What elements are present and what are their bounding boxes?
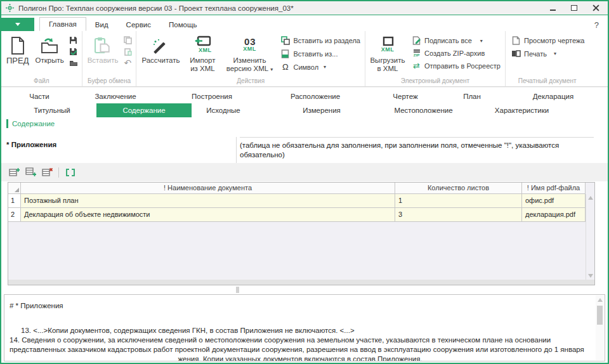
- menu-tab-vid[interactable]: Вид: [86, 18, 117, 31]
- ribbon-group-clipboard: Вставить ↶ Буфер обмена: [82, 31, 137, 86]
- header-sheet-count[interactable]: Количество листов: [395, 183, 522, 194]
- tab-deklaraciya[interactable]: Декларация: [521, 90, 585, 103]
- insert-from-section-label: Вставить из раздела: [293, 37, 360, 44]
- help-line-14: 14. Сведения о сооружении, за исключение…: [10, 335, 591, 345]
- tab-soderzhanie[interactable]: Содержание: [96, 103, 192, 117]
- pred-label: ПРЕД: [6, 56, 29, 65]
- print-button[interactable]: Печать ▾: [511, 49, 584, 58]
- help-title: # * Приложения: [10, 301, 591, 311]
- tab-plan[interactable]: План: [445, 90, 499, 103]
- delete-row-icon: [42, 167, 53, 177]
- table-vertical-scrollbar[interactable]: [586, 194, 594, 280]
- tab-izmereniya[interactable]: Измерения: [290, 104, 353, 117]
- calculate-label: Рассчитать: [141, 56, 180, 65]
- pred-button[interactable]: ПРЕД: [3, 32, 32, 65]
- help-button[interactable]: ?: [594, 20, 599, 31]
- import-xml-icon: XML: [193, 34, 211, 55]
- cell-pdf-name[interactable]: декларация.pdf: [522, 208, 586, 222]
- app-menu-button[interactable]: [1, 18, 34, 31]
- tab-postroeniya[interactable]: Построения: [180, 90, 244, 103]
- omega-icon: Ω: [280, 63, 290, 71]
- close-button[interactable]: [591, 4, 600, 13]
- calculate-button[interactable]: Рассчитать: [138, 32, 183, 65]
- tab-zaklyuchenie[interactable]: Заключение: [84, 90, 147, 103]
- import-xml-button[interactable]: XML Импорт из XML: [183, 32, 222, 73]
- cell-sheet-count[interactable]: 1: [395, 194, 522, 208]
- send-rosreestr-label: Отправить в Росреестр: [424, 62, 501, 70]
- copy-button[interactable]: [122, 36, 133, 44]
- toolbar-separator: [58, 167, 59, 178]
- tab-raspolozhenie[interactable]: Расположение: [280, 90, 350, 103]
- create-zip-button[interactable]: ZIP Создать ZIP-архив: [412, 49, 501, 57]
- tab-chertezh[interactable]: Чертеж: [378, 90, 433, 103]
- cell-document-name[interactable]: Поэтажный план: [21, 194, 395, 208]
- tab-harakteristiki[interactable]: Характеристики: [482, 104, 561, 117]
- maximize-icon: [571, 5, 577, 11]
- table-horizontal-scrollbar[interactable]: [8, 280, 594, 285]
- breadcrumb-label: Содержание: [12, 120, 55, 127]
- form-row: * Приложения (таблица не обязательна для…: [1, 136, 608, 163]
- save-all-button[interactable]: [69, 58, 79, 67]
- insert-from-icon: [280, 49, 290, 58]
- paste-label: Вставить: [88, 56, 119, 65]
- app-window: Полигон Про: Техплан сооружения версии 0…: [0, 0, 609, 364]
- help-scrollbar[interactable]: [596, 296, 604, 360]
- fit-table-button[interactable]: [64, 166, 77, 179]
- tab-mestopolozhenie[interactable]: Местоположение: [387, 104, 460, 117]
- table-row: 2 Декларация об объекте недвижимости 3 д…: [8, 208, 594, 222]
- save-button[interactable]: [69, 36, 79, 44]
- dropdown-arrow-icon: ▾: [480, 38, 483, 44]
- row-number[interactable]: 1: [8, 194, 21, 208]
- undo-icon: ↶: [124, 59, 132, 67]
- table-corner-cell[interactable]: [8, 183, 21, 194]
- table-row: 1 Поэтажный план 1 офис.pdf: [8, 194, 594, 208]
- cell-document-name[interactable]: Декларация об объекте недвижимости: [21, 208, 395, 222]
- tab-ishodnye[interactable]: Исходные: [192, 104, 255, 117]
- symbol-button[interactable]: Ω Символ ▾: [280, 63, 360, 71]
- close-icon: [593, 4, 599, 11]
- open-button[interactable]: Открыть: [32, 32, 67, 65]
- preview-drawing-button[interactable]: Просмотр чертежа: [511, 36, 584, 45]
- magic-wand-icon: [152, 34, 169, 55]
- send-rosreestr-button[interactable]: ⇄ Отправить в Росреестр: [412, 62, 501, 70]
- change-xml-version-button[interactable]: 03 XML Изменить версию XML▾: [222, 32, 277, 74]
- menu-tab-servis[interactable]: Сервис: [117, 18, 160, 31]
- scroll-thumb[interactable]: [597, 306, 603, 325]
- panel-splitter: [1, 285, 608, 294]
- paste-button[interactable]: Вставить: [84, 32, 122, 65]
- header-pdf-name[interactable]: ! Имя pdf-файла: [522, 183, 586, 194]
- minimize-button[interactable]: [548, 4, 557, 13]
- splitter-handle[interactable]: [236, 287, 239, 293]
- insert-row-above-button[interactable]: [8, 166, 20, 179]
- save-as-button[interactable]: [69, 47, 79, 56]
- group-label-printdoc: Печатный документ: [508, 77, 587, 86]
- insert-from-button[interactable]: Вставить из...: [280, 49, 360, 58]
- tab-titulnyj[interactable]: Титульный: [20, 104, 84, 117]
- insert-from-section-button[interactable]: Вставить из раздела: [280, 36, 360, 45]
- table-toolbar: [1, 163, 608, 181]
- menu-tab-glavnaya[interactable]: Главная: [39, 17, 86, 31]
- cell-sheet-count[interactable]: 3: [395, 208, 522, 222]
- preview-drawing-label: Просмотр чертежа: [524, 37, 584, 44]
- help-line-13: 13. <...>Копии документов, содержащих св…: [21, 326, 591, 335]
- scroll-up-icon: [588, 196, 593, 200]
- undo-button[interactable]: ↶: [122, 58, 133, 67]
- document-icon: [10, 34, 25, 55]
- row-number[interactable]: 2: [8, 208, 21, 222]
- paste-special-button[interactable]: [122, 47, 133, 56]
- delete-row-button[interactable]: [41, 166, 53, 179]
- window-title: Полигон Про: Техплан сооружения версии 0…: [18, 4, 548, 12]
- menu-tab-pomosch[interactable]: Помощь: [160, 18, 206, 31]
- header-document-name[interactable]: ! Наименование документа: [21, 183, 395, 194]
- export-xml-button[interactable]: XML Выгрузить в XML: [367, 32, 408, 73]
- maximize-button[interactable]: [570, 4, 579, 13]
- cell-pdf-name[interactable]: офис.pdf: [522, 194, 586, 208]
- help-panel: # * Приложения 13. <...>Копии документов…: [4, 294, 605, 361]
- symbol-label: Символ: [293, 63, 318, 71]
- tab-chasti[interactable]: Части: [11, 90, 68, 103]
- chevron-down-icon: [15, 23, 20, 26]
- insert-row-below-button[interactable]: [24, 166, 37, 179]
- export-xml-icon: XML: [381, 34, 395, 55]
- zip-archive-icon: ZIP: [412, 49, 421, 57]
- sign-all-button[interactable]: Подписать все ▾: [412, 36, 501, 45]
